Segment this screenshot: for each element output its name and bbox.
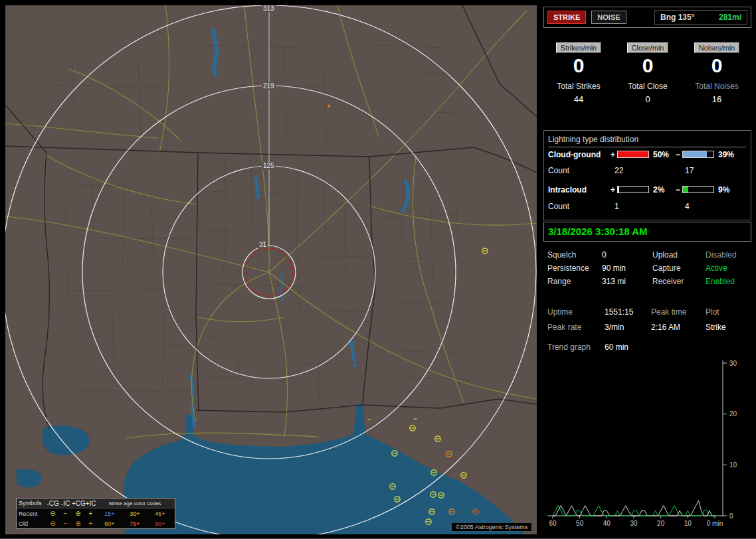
old-age-codes: 60+75+90+: [97, 520, 173, 527]
legend-old-row: Old ⊖ − ⊕ + 60+75+90+: [17, 518, 175, 528]
age-code: 60+: [104, 520, 114, 527]
trend-x-tick: 0 min: [707, 520, 723, 527]
strikes-per-min-button[interactable]: Strikes/min: [556, 42, 601, 53]
capture-label: Capture: [652, 264, 681, 273]
rates-section: Strikes/min 0 Total Strikes 44 Close/min…: [543, 37, 751, 127]
total-noises-value: 16: [684, 94, 750, 104]
ic-minus-count: 4: [685, 202, 690, 211]
intracloud-row: Intracloud + 2% − 9%: [548, 186, 749, 194]
trend-graph-value: 60 min: [605, 343, 628, 352]
age-code: 90+: [155, 520, 165, 527]
noises-column: Noises/min 0 Total Noises 16: [684, 37, 750, 104]
datetime-display: 3/18/2026 3:30:18 AM: [543, 222, 751, 242]
squelch-label: Squelch: [547, 250, 576, 260]
noise-indicator[interactable]: NOISE: [591, 11, 626, 24]
upload-status: Disabled: [706, 250, 737, 260]
bearing-distance: 281mi: [719, 13, 741, 22]
count-label: Count: [548, 202, 569, 211]
app-window: 313 219 125 31 Symbols -CG -IC +CG +IC S…: [0, 0, 756, 539]
indicator-bar: STRIKE NOISE Bng 135° 281mi: [543, 7, 751, 28]
age-code: 15+: [104, 510, 114, 517]
capture-status: Active: [706, 264, 727, 273]
range-ring-label: 125: [262, 162, 276, 169]
neg-ic-icon: −: [59, 510, 72, 517]
neg-cg-icon: ⊖: [47, 520, 59, 527]
noises-per-min-button[interactable]: Noises/min: [694, 42, 739, 53]
legend-col-neg-cg: -CG: [47, 500, 59, 507]
map-area: 313 219 125 31 Symbols -CG -IC +CG +IC S…: [5, 5, 537, 534]
close-per-min-value: 0: [614, 54, 681, 77]
total-close-label: Total Close: [614, 82, 681, 91]
ic-plus-percent: 2%: [653, 186, 664, 194]
legend-col-neg-ic: -IC: [59, 500, 72, 507]
persistence-value: 90 min: [602, 264, 626, 273]
plus-sign: +: [611, 186, 615, 194]
total-noises-label: Total Noises: [684, 82, 750, 91]
total-strikes-value: 44: [545, 94, 612, 104]
cloud-ground-count-row: Count 22 17: [548, 167, 749, 175]
legend-header: Symbols -CG -IC +CG +IC Strike age color…: [17, 499, 175, 508]
ic-plus-count: 1: [614, 202, 619, 211]
close-per-min-button[interactable]: Close/min: [627, 42, 669, 53]
strikes-column: Strikes/min 0 Total Strikes 44: [545, 37, 612, 104]
age-code: 30+: [130, 510, 140, 517]
ic-minus-percent: 9%: [718, 186, 729, 194]
persistence-label: Persistence: [547, 264, 589, 273]
cg-minus-count: 17: [685, 167, 694, 175]
trend-x-tick: 40: [603, 520, 611, 527]
trend-y-tick: 0: [729, 512, 733, 520]
peak-time-value: 2:16 AM: [651, 323, 680, 332]
trend-x-tick: 20: [657, 520, 665, 527]
pos-cg-icon: ⊕: [72, 520, 84, 527]
strike-indicator[interactable]: STRIKE: [547, 11, 586, 24]
status-panel: STRIKE NOISE Bng 135° 281mi Strikes/min …: [543, 5, 752, 535]
trend-graph-label: Trend graph: [547, 343, 591, 352]
cg-plus-bar: [617, 151, 649, 158]
trend-chart: 30201006050403020100 min: [543, 355, 752, 534]
upload-label: Upload: [652, 250, 678, 260]
legend-recent-label: Recent: [19, 510, 47, 517]
trend-series-noises: [553, 506, 715, 516]
trend-y-tick: 30: [729, 360, 737, 367]
peak-rate-value: 3/min: [605, 323, 624, 332]
trend-y-tick: 10: [729, 461, 737, 469]
peak-rate-label: Peak rate: [547, 323, 581, 332]
receiver-status: Enabled: [706, 277, 735, 286]
pos-ic-icon: +: [84, 520, 97, 527]
ic-plus-bar: [617, 186, 649, 193]
peak-time-label: Peak time: [651, 307, 686, 317]
range-ring-label: 313: [262, 5, 276, 12]
total-strikes-label: Total Strikes: [545, 82, 612, 91]
trend-series-strikes: [553, 501, 715, 516]
plus-sign: +: [611, 151, 615, 159]
trend-x-tick: 60: [549, 520, 557, 527]
distribution-title: Lightning type distribution: [548, 135, 746, 147]
legend-age-title: Strike age color codes: [97, 501, 173, 506]
legend-old-label: Old: [19, 520, 47, 527]
cloud-ground-row: Cloud-ground + 50% − 39%: [548, 151, 749, 159]
intracloud-label: Intracloud: [548, 186, 587, 194]
uptime-value: 1551:15: [605, 307, 633, 317]
range-ring-label: 219: [262, 82, 276, 90]
plot-value: Strike: [706, 323, 726, 332]
range-label: Range: [547, 277, 571, 286]
trend-x-tick: 10: [684, 520, 692, 527]
legend-col-pos-cg: +CG: [72, 500, 84, 507]
pos-ic-icon: +: [84, 510, 97, 517]
ic-minus-bar: [682, 186, 714, 193]
distribution-section: Lightning type distribution Cloud-ground…: [543, 130, 751, 220]
noises-per-min-value: 0: [684, 54, 750, 77]
bearing-label: Bng 135°: [660, 13, 694, 22]
squelch-value: 0: [602, 250, 607, 260]
range-value: 313 mi: [602, 277, 626, 286]
range-ring-label: 31: [258, 241, 268, 248]
copyright-text: ©2005 Astrogenic Systems: [452, 523, 531, 531]
trend-y-tick: 20: [729, 410, 737, 418]
cloud-ground-label: Cloud-ground: [548, 151, 601, 159]
plot-label: Plot: [706, 307, 719, 317]
legend-title: Symbols: [19, 500, 47, 506]
minus-sign: −: [676, 151, 680, 159]
cg-minus-percent: 39%: [718, 151, 734, 159]
strikes-per-min-value: 0: [545, 54, 612, 77]
cg-plus-percent: 50%: [653, 151, 669, 159]
